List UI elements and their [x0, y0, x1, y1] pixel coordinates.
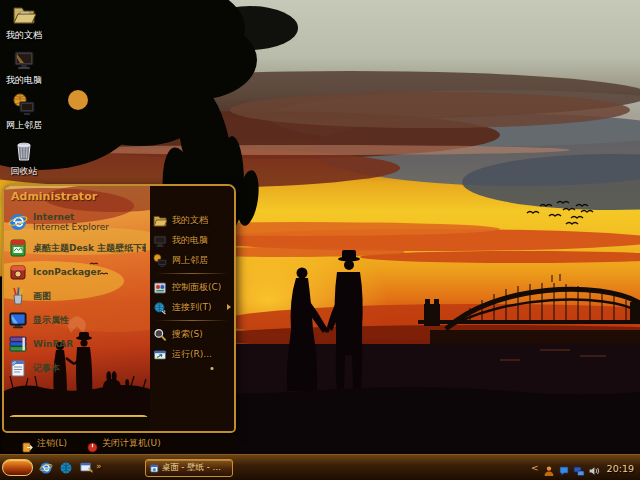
menu-item-label: 我的电脑	[172, 234, 208, 247]
menu-item-label: 连接到(T)	[172, 301, 212, 314]
start-menu-item-connect-to[interactable]: 连接到(T)	[150, 297, 234, 317]
start-menu-right-panel: 我的文档 我的电脑 网上邻居	[150, 186, 234, 431]
menu-item-title: 记事本	[33, 363, 60, 373]
start-menu-item-iconpackager[interactable]: IconPackager	[4, 260, 150, 284]
desktop-icon-recycle-bin[interactable]: 回收站	[0, 139, 48, 178]
start-menu-item-control-panel[interactable]: 控制面板(C)	[150, 277, 234, 297]
recycle-bin-icon	[12, 139, 36, 163]
start-menu-item-internet-explorer[interactable]: InternetInternet Explorer	[4, 208, 150, 236]
network-places-icon	[153, 253, 167, 267]
my-computer-icon	[153, 233, 167, 247]
menu-item-subtitle: Internet Explorer	[33, 222, 109, 232]
log-off-label: 注销(L)	[37, 437, 67, 450]
control-panel-icon	[153, 280, 167, 294]
start-menu: Administrator InternetInternet Explorer	[2, 184, 236, 452]
my-computer-icon	[12, 48, 36, 72]
menu-separator	[156, 273, 228, 274]
desktop-icon-label: 我的文档	[6, 29, 42, 42]
start-menu-item-my-documents[interactable]: 我的文档	[150, 210, 234, 230]
run-icon	[153, 347, 167, 361]
network-places-icon	[12, 93, 36, 117]
paint-icon	[8, 286, 28, 306]
start-menu-item-theme-site[interactable]: 桌酷主题Desk 主题壁纸下载.Com	[4, 236, 150, 260]
start-menu-item-network-places[interactable]: 网上邻居	[150, 250, 234, 270]
show-desktop-quicklaunch-icon[interactable]	[78, 460, 94, 476]
menu-item-label: 网上邻居	[172, 254, 208, 267]
start-menu-item-my-computer[interactable]: 我的电脑	[150, 230, 234, 250]
iconpackager-icon	[8, 262, 28, 282]
shut-down-icon	[87, 438, 98, 449]
volume-icon[interactable]	[588, 462, 600, 474]
shut-down-label: 关闭计算机(U)	[102, 437, 161, 450]
internet-explorer-icon	[8, 212, 28, 232]
all-programs-button[interactable]: 所有程序(P)	[7, 415, 150, 417]
network-tray-icon[interactable]	[573, 462, 585, 474]
desktop-icon-network-places[interactable]: 网上邻居	[0, 93, 48, 132]
log-off-button[interactable]: 注销(L)	[22, 437, 67, 450]
menu-item-label: 控制面板(C)	[172, 281, 221, 294]
tray-clock: 20:19	[607, 463, 634, 474]
tray-collapse-chevron[interactable]: <	[531, 463, 539, 473]
log-off-icon	[22, 438, 33, 449]
messenger-icon[interactable]	[558, 462, 570, 474]
start-menu-item-display[interactable]: 显示属性	[4, 308, 150, 332]
task-button-active[interactable]: 桌面 - 壁纸 - 桌酷壁...	[145, 459, 233, 477]
msn-quicklaunch-icon[interactable]	[58, 460, 74, 476]
display-icon	[8, 310, 28, 330]
start-menu-left-panel: Administrator InternetInternet Explorer	[4, 186, 150, 417]
menu-item-label: 搜索(S)	[172, 328, 203, 341]
menu-item-title: WinRAR	[33, 339, 73, 349]
menu-item-title: 桌酷主题Desk 主题壁纸下载.Com	[33, 243, 146, 253]
my-documents-icon	[153, 213, 167, 227]
menu-item-label: 我的文档	[172, 214, 208, 227]
internet-explorer-quicklaunch-icon[interactable]	[38, 460, 54, 476]
start-menu-item-run[interactable]: 运行(R)...	[150, 344, 234, 364]
menu-item-title: Internet	[33, 212, 109, 222]
winrar-icon	[8, 334, 28, 354]
menu-item-title: 画图	[33, 291, 51, 301]
quick-launch-bar	[38, 460, 94, 476]
start-menu-item-notepad[interactable]: 记事本	[4, 356, 150, 380]
system-tray: < 20:19	[531, 459, 638, 477]
desktop-icon-label: 我的电脑	[6, 74, 42, 87]
theme-site-icon	[8, 238, 28, 258]
start-menu-item-paint[interactable]: 画图	[4, 284, 150, 308]
start-menu-panel: Administrator InternetInternet Explorer	[2, 184, 236, 433]
menu-item-title: IconPackager	[33, 267, 101, 277]
notepad-icon	[8, 358, 28, 378]
taskbar: » 桌面 - 壁纸 - 桌酷壁... < 20:19	[0, 454, 640, 480]
start-menu-item-winrar[interactable]: WinRAR	[4, 332, 150, 356]
desktop-icon-label: 回收站	[11, 165, 38, 178]
desktop-icon-my-computer[interactable]: 我的电脑	[0, 48, 48, 87]
start-button[interactable]	[2, 459, 33, 476]
menu-separator	[156, 320, 228, 321]
task-window-icon	[150, 463, 159, 474]
desktop: 我的文档 我的电脑 网上邻居 回收站	[0, 0, 640, 480]
user-icon[interactable]	[543, 462, 555, 474]
quick-launch-more-chevron[interactable]: »	[96, 461, 102, 471]
my-documents-icon	[12, 3, 36, 27]
desktop-icon-my-documents[interactable]: 我的文档	[0, 3, 48, 42]
menu-item-label: 运行(R)...	[172, 348, 212, 361]
start-menu-username: Administrator	[11, 190, 97, 203]
start-menu-footer: 注销(L) 关闭计算机(U)	[2, 435, 236, 452]
shut-down-button[interactable]: 关闭计算机(U)	[87, 437, 161, 450]
search-icon	[153, 327, 167, 341]
start-menu-item-search[interactable]: 搜索(S)	[150, 324, 234, 344]
task-button-label: 桌面 - 壁纸 - 桌酷壁...	[162, 462, 228, 474]
submenu-arrow-icon	[227, 304, 231, 310]
connect-to-icon	[153, 300, 167, 314]
desktop-icon-label: 网上邻居	[6, 119, 42, 132]
all-programs-label: 所有程序(P)	[47, 416, 98, 417]
menu-item-title: 显示属性	[33, 315, 69, 325]
